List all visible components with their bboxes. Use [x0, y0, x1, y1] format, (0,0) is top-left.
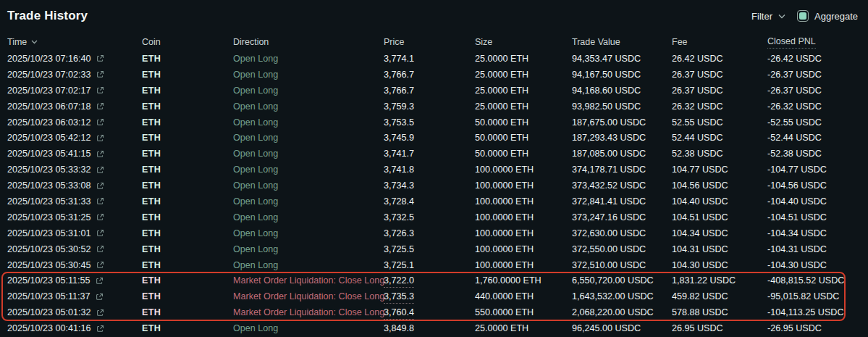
trade-closed-pnl: -104.77 USDC	[767, 165, 868, 175]
trade-fee: 104.31 USDC	[672, 244, 767, 254]
column-header-closed-pnl[interactable]: Closed PNL	[767, 36, 868, 49]
trade-price: 3,732.5	[384, 212, 475, 222]
trade-closed-pnl: -104.40 USDC	[767, 196, 868, 207]
external-link-icon[interactable]	[96, 118, 104, 126]
trade-row: 2025/10/23 05:31:25ETHOpen Long3,732.510…	[0, 209, 868, 225]
trade-fee: 104.34 USDC	[672, 228, 767, 238]
trade-value: 372,550.00 USDC	[572, 244, 672, 254]
trade-closed-pnl: -95,015.82 USDC	[767, 291, 868, 301]
column-header-time[interactable]: Time	[7, 37, 142, 47]
trade-timestamp: 2025/10/23 06:03:12	[7, 117, 91, 128]
trade-price-value: 3,849.8	[384, 323, 414, 333]
trade-timestamp: 2025/10/23 07:02:17	[7, 86, 91, 96]
trade-row: 2025/10/23 05:33:08ETHOpen Long3,734.310…	[0, 178, 868, 194]
external-link-icon[interactable]	[96, 102, 104, 110]
trade-timestamp: 2025/10/23 05:11:55	[7, 275, 90, 286]
aggregate-label: Aggregate	[814, 11, 858, 22]
trade-direction: Open Long	[233, 180, 384, 191]
trade-row: 2025/10/23 05:01:32ETHMarket Order Liqui…	[0, 304, 868, 320]
external-link-icon[interactable]	[96, 309, 104, 317]
trade-timestamp: 2025/10/23 05:33:08	[7, 180, 91, 191]
filter-label: Filter	[751, 11, 772, 22]
trade-coin: ETH	[142, 307, 233, 317]
trade-row: 2025/10/23 05:31:33ETHOpen Long3,728.410…	[0, 194, 868, 209]
trade-timestamp: 2025/10/23 00:41:16	[7, 323, 91, 333]
trade-row: 2025/10/23 07:02:33ETHOpen Long3,766.725…	[0, 67, 868, 83]
external-link-icon[interactable]	[96, 70, 104, 78]
trade-coin: ETH	[142, 54, 233, 64]
external-link-icon[interactable]	[96, 213, 104, 221]
column-header-label: Coin	[142, 37, 161, 47]
external-link-icon[interactable]	[96, 166, 104, 174]
trade-direction: Open Long	[233, 212, 384, 222]
trade-price-value: 3,725.1	[384, 260, 414, 270]
trade-price[interactable]: 3,722.0	[384, 275, 475, 286]
trade-row: 2025/10/23 06:03:12ETHOpen Long3,753.550…	[0, 115, 868, 130]
external-link-icon[interactable]	[96, 277, 104, 285]
column-header-label: Price	[384, 37, 404, 47]
external-link-icon[interactable]	[96, 325, 104, 333]
trade-time: 2025/10/23 07:02:17	[7, 86, 142, 96]
external-link-icon[interactable]	[96, 86, 104, 94]
trade-price-value: 3,766.7	[384, 70, 414, 80]
trade-price: 3,766.7	[384, 86, 475, 96]
trade-time: 2025/10/23 05:31:25	[7, 212, 142, 222]
column-header-direction: Direction	[233, 37, 384, 47]
trade-closed-pnl: -26.32 USDC	[767, 101, 868, 112]
trade-price: 3,741.7	[384, 149, 475, 159]
trade-price: 3,725.5	[384, 244, 475, 254]
trade-timestamp: 2025/10/23 05:31:01	[7, 228, 91, 238]
trade-time: 2025/10/23 05:42:12	[7, 133, 142, 143]
trade-coin: ETH	[142, 70, 233, 80]
trade-closed-pnl: -408,815.52 USDC	[767, 275, 868, 286]
trade-fee: 459.82 USDC	[672, 291, 767, 301]
trade-price[interactable]: 3,760.4	[384, 307, 475, 317]
aggregate-checkbox-icon[interactable]	[797, 10, 809, 22]
trade-row: 2025/10/23 07:02:17ETHOpen Long3,766.725…	[0, 83, 868, 99]
trade-direction: Open Long	[233, 149, 384, 159]
page-title: Trade History	[7, 9, 88, 23]
external-link-icon[interactable]	[96, 182, 104, 190]
trade-row: 2025/10/23 05:30:52ETHOpen Long3,725.510…	[0, 241, 868, 257]
external-link-icon[interactable]	[96, 261, 104, 269]
trade-timestamp: 2025/10/23 06:07:18	[7, 101, 91, 112]
external-link-icon[interactable]	[96, 197, 104, 205]
trade-fee: 52.55 USDC	[672, 117, 767, 128]
trade-price-value: 3,734.3	[384, 180, 414, 191]
trade-fee: 104.40 USDC	[672, 196, 767, 207]
trade-closed-pnl: -26.42 USDC	[767, 54, 868, 64]
trade-value: 187,085.00 USDC	[572, 149, 672, 159]
trade-price-value: 3,722.0	[384, 275, 414, 288]
external-link-icon[interactable]	[96, 245, 104, 253]
trade-coin: ETH	[142, 228, 233, 238]
column-header-label: Trade Value	[572, 37, 620, 47]
external-link-icon[interactable]	[96, 150, 104, 158]
trade-price: 3,774.1	[384, 54, 475, 64]
trade-fee: 26.37 USDC	[672, 70, 767, 80]
trade-time: 2025/10/23 05:33:32	[7, 165, 142, 175]
trade-timestamp: 2025/10/23 05:31:25	[7, 212, 91, 222]
trade-size: 100.0000 ETH	[475, 212, 572, 222]
trade-price: 3,741.8	[384, 165, 475, 175]
column-header-label: Fee	[672, 37, 688, 47]
trade-row: 2025/10/23 05:11:55ETHMarket Order Liqui…	[0, 272, 868, 288]
external-link-icon[interactable]	[96, 229, 104, 237]
external-link-icon[interactable]	[96, 134, 104, 142]
top-controls: Filter Aggregate	[751, 10, 858, 22]
external-link-icon[interactable]	[96, 54, 104, 62]
trade-size: 100.0000 ETH	[475, 260, 572, 270]
trade-fee: 52.38 USDC	[672, 149, 767, 159]
aggregate-toggle[interactable]: Aggregate	[797, 10, 858, 22]
trade-direction: Market Order Liquidation: Close Long	[233, 275, 384, 286]
filter-dropdown[interactable]: Filter	[751, 11, 785, 22]
trade-price-value: 3,732.5	[384, 212, 414, 222]
trade-size: 550.0000 ETH	[475, 307, 572, 317]
external-link-icon[interactable]	[96, 293, 104, 301]
trade-timestamp: 2025/10/23 05:41:15	[7, 149, 91, 159]
trade-closed-pnl: -104,113.25 USDC	[767, 307, 868, 317]
trade-price[interactable]: 3,735.3	[384, 291, 475, 301]
trade-direction: Open Long	[233, 260, 384, 270]
trade-direction: Open Long	[233, 244, 384, 254]
column-header-label: Time	[7, 37, 27, 47]
panel-topbar: Trade History Filter Aggregate	[0, 0, 868, 33]
